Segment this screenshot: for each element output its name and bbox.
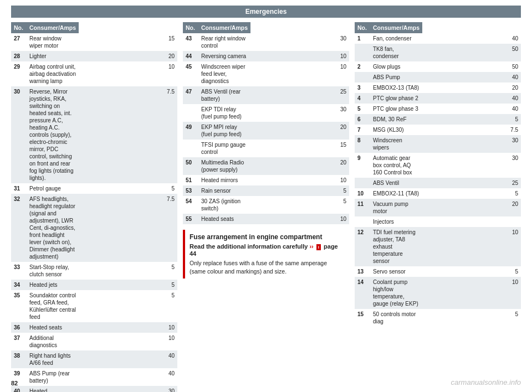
table-row: TK8 fan, condenser 50 — [355, 44, 521, 61]
middle-section: No. Consumer/Amps 43 Rear right window c… — [183, 22, 349, 278]
row-no: 47 — [183, 86, 198, 104]
row-no: 1 — [355, 33, 370, 44]
table-row: 13 Servo sensor 5 — [355, 266, 521, 277]
table-row: 51 Heated mirrors 10 — [183, 175, 349, 185]
row-no — [183, 104, 198, 122]
row-consumer: EKP TDI relay (fuel pump feed) — [198, 104, 250, 122]
note-icon: i — [316, 244, 321, 250]
row-amps: 40 — [79, 350, 177, 368]
row-consumer: TK8 fan, condenser — [370, 44, 422, 61]
row-amps: 25 — [250, 86, 349, 104]
row-no: 55 — [183, 214, 198, 224]
row-consumer: 30 ZAS (ignition switch) — [198, 196, 250, 214]
row-consumer: BDM, 30 ReF — [370, 114, 422, 125]
table-row: 28 Lighter 20 — [11, 51, 177, 61]
row-consumer: Heated seats — [27, 322, 79, 333]
row-amps: 5 — [422, 266, 521, 277]
page-number: 82 — [11, 380, 18, 386]
row-amps: 20 — [250, 122, 349, 140]
row-no: 35 — [11, 290, 27, 322]
row-no: 37 — [11, 333, 27, 350]
row-no: 11 — [355, 199, 370, 216]
row-no: 13 — [355, 266, 370, 277]
row-amps: 5 — [422, 114, 521, 125]
table-row: 38 Right hand lights A/66 feed 40 — [11, 350, 177, 368]
col-no-3: No. — [355, 22, 370, 33]
row-consumer: ABS Pump — [370, 72, 422, 82]
row-amps: 10 — [79, 322, 177, 333]
row-no: 40 — [11, 386, 27, 392]
row-amps: 10 — [422, 227, 521, 266]
row-consumer: TDI fuel metering adjuster, TA8 exhaust … — [370, 227, 422, 266]
row-no: 33 — [11, 262, 27, 280]
row-no: 8 — [355, 135, 370, 153]
row-consumer: Automatic gear box control, AQ 160 Contr… — [370, 153, 422, 178]
table-row: Injectors — [355, 216, 521, 227]
row-no: 28 — [11, 51, 27, 61]
row-no: 31 — [11, 183, 27, 194]
row-no: 51 — [183, 175, 198, 185]
row-consumer: Petrol gauge — [27, 183, 79, 194]
table-row: 44 Reversing camera 10 — [183, 51, 349, 61]
row-consumer: Reverse, Mirror joysticks, RKA, switchin… — [27, 86, 79, 183]
row-amps: 7.5 — [422, 125, 521, 135]
table-row: 14 Coolant pump high/low temperature, ga… — [355, 277, 521, 309]
table-row: 32 AFS headlights, headlight regulator (… — [11, 194, 177, 262]
right-table: No. Consumer/Amps 1 Fan, condenser 40 TK… — [355, 22, 521, 327]
row-consumer: Injectors — [370, 216, 422, 227]
row-no: 27 — [11, 33, 27, 51]
row-consumer: Windscreen wipers — [370, 135, 422, 153]
row-amps: 25 — [422, 178, 521, 188]
row-no: 43 — [183, 33, 198, 51]
table-row: 53 Rain sensor 5 — [183, 185, 349, 196]
row-amps: 30 — [250, 104, 349, 122]
table-row: EKP TDI relay (fuel pump feed) 30 — [183, 104, 349, 122]
row-amps: 30 — [250, 33, 349, 51]
arrow-icon: ›› — [309, 243, 315, 250]
table-row: 43 Rear right window control 30 — [183, 33, 349, 51]
row-no — [183, 140, 198, 157]
table-row: 40 Heated _ 30 — [11, 386, 177, 392]
row-amps: 20 — [79, 51, 177, 61]
row-no: 29 — [11, 61, 27, 86]
fuse-box-note: Only replace fuses with a fuse of the sa… — [190, 259, 345, 275]
row-consumer: Servo sensor — [370, 266, 422, 277]
row-amps: 7.5 — [79, 194, 177, 262]
row-consumer: EMBOX2-13 (TA8) — [370, 82, 422, 93]
table-row: 33 Start-Stop relay, clutch sensor 5 — [11, 262, 177, 280]
row-consumer: Vacuum pump motor — [370, 199, 422, 216]
table-row: 12 TDI fuel metering adjuster, TA8 exhau… — [355, 227, 521, 266]
row-no: 30 — [11, 86, 27, 183]
watermark: carmanualsonline.info — [451, 378, 521, 386]
table-row: 3 EMBOX2-13 (TA8) 20 — [355, 82, 521, 93]
page-header: Emergencies — [11, 6, 521, 18]
fuse-box-title: Fuse arrangement in engine compartment — [190, 233, 345, 241]
row-amps: 30 — [79, 386, 177, 392]
row-no — [355, 44, 370, 61]
row-consumer: Rain sensor — [198, 185, 250, 196]
row-amps: 10 — [250, 61, 349, 86]
row-amps: 30 — [422, 153, 521, 178]
row-amps: 5 — [250, 196, 349, 214]
row-amps: 10 — [250, 51, 349, 61]
row-consumer: Reversing camera — [198, 51, 250, 61]
table-row: 39 ABS Pump (rear battery) 40 — [11, 368, 177, 386]
row-no: 7 — [355, 125, 370, 135]
col-no-2: No. — [183, 22, 198, 33]
row-amps: 5 — [79, 183, 177, 194]
row-amps: 15 — [79, 33, 177, 51]
row-amps: 10 — [79, 61, 177, 86]
table-row: 47 ABS Ventil (rear battery) 25 — [183, 86, 349, 104]
row-consumer: ABS Pump (rear battery) — [27, 368, 79, 386]
row-consumer: MSG (KL30) — [370, 125, 422, 135]
row-no: 36 — [11, 322, 27, 333]
fuse-arrangement-box: Fuse arrangement in engine compartment R… — [183, 230, 349, 278]
row-consumer: Coolant pump high/low temperature, gauge… — [370, 277, 422, 309]
col-no-1: No. — [11, 22, 27, 33]
row-amps: 40 — [422, 93, 521, 104]
table-row: 55 Heated seats 10 — [183, 214, 349, 224]
row-amps: 10 — [79, 333, 177, 350]
col-consumer-1: Consumer/Amps — [27, 22, 79, 33]
row-consumer: Glow plugs — [370, 61, 422, 72]
row-consumer: Rear window wiper motor — [27, 33, 79, 51]
